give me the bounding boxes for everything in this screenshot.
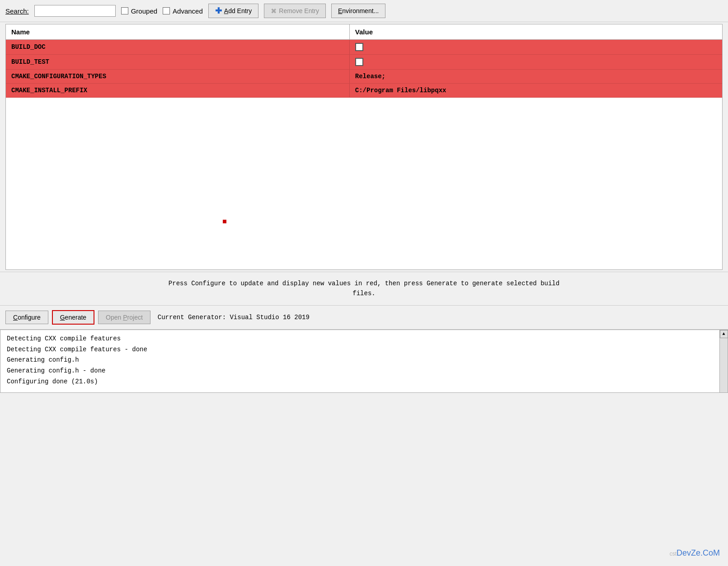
remove-icon: ✖: [271, 7, 277, 15]
log-line: Generating config.h - done: [7, 366, 721, 377]
cmake-table: Name Value BUILD_DOC BUILD_TEST CMAKE_CO…: [5, 24, 723, 270]
remove-entry-button[interactable]: ✖ Remove Entry: [264, 4, 326, 18]
environment-button[interactable]: Environment...: [331, 4, 385, 18]
log-line: Detecting CXX compile features: [7, 334, 721, 344]
configure-button[interactable]: Configure: [5, 311, 48, 324]
open-project-button[interactable]: Open Project: [98, 311, 150, 324]
value-cell[interactable]: [350, 40, 722, 54]
open-project-label: Open Project: [106, 314, 143, 321]
plus-icon: ✚: [215, 6, 222, 16]
name-cell: CMAKE_INSTALL_PREFIX: [6, 84, 350, 97]
toolbar: Search: Grouped Advanced ✚ Add Entry ✖ R…: [0, 0, 728, 22]
bottom-toolbar: Configure Generate Open Project Current …: [0, 306, 728, 330]
watermark-prefix: cst: [670, 551, 676, 557]
name-cell: BUILD_TEST: [6, 55, 350, 69]
grouped-checkbox-group: Grouped: [121, 7, 157, 15]
log-area: Detecting CXX compile features Detecting…: [0, 330, 728, 393]
col-name-header: Name: [6, 24, 350, 39]
table-header: Name Value: [6, 24, 722, 40]
environment-label: Environment...: [338, 7, 379, 14]
search-input[interactable]: [34, 5, 116, 17]
name-cell: BUILD_DOC: [6, 40, 350, 54]
info-text: Press Configure to update and display ne…: [0, 272, 728, 306]
configure-label: Configure: [13, 314, 41, 321]
log-line: Generating config.h: [7, 355, 721, 366]
col-value-header: Value: [350, 24, 722, 39]
log-scrollbar[interactable]: ▲: [719, 330, 728, 392]
table-row: CMAKE_CONFIGURATION_TYPES Release;: [6, 70, 722, 84]
info-line-2: files.: [9, 288, 719, 298]
generator-label: Current Generator: Visual Studio 16 2019: [158, 314, 310, 321]
value-cell[interactable]: Release;: [350, 70, 722, 83]
grouped-checkbox[interactable]: [121, 7, 128, 14]
empty-table-area: [6, 98, 722, 269]
generate-button[interactable]: Generate: [52, 310, 94, 325]
add-entry-label: Add Entry: [224, 7, 252, 14]
value-cell[interactable]: C:/Program Files/libpqxx: [350, 84, 722, 97]
remove-entry-label: Remove Entry: [279, 7, 319, 14]
table-row: CMAKE_INSTALL_PREFIX C:/Program Files/li…: [6, 84, 722, 98]
name-cell: CMAKE_CONFIGURATION_TYPES: [6, 70, 350, 83]
table-row: BUILD_DOC: [6, 40, 722, 55]
main-window: Search: Grouped Advanced ✚ Add Entry ✖ R…: [0, 0, 728, 393]
scroll-track: [720, 338, 728, 392]
info-line-1: Press Configure to update and display ne…: [9, 278, 719, 288]
advanced-checkbox[interactable]: [163, 7, 170, 14]
grouped-label: Grouped: [131, 7, 157, 15]
scroll-up-button[interactable]: ▲: [720, 330, 728, 338]
red-dot: [223, 220, 226, 223]
advanced-checkbox-group: Advanced: [163, 7, 203, 15]
search-label: Search:: [5, 7, 29, 15]
bool-checkbox[interactable]: [355, 43, 363, 51]
add-entry-button[interactable]: ✚ Add Entry: [208, 4, 258, 18]
watermark: cstDevZe.CoM: [670, 548, 720, 558]
log-line: Detecting CXX compile features - done: [7, 344, 721, 355]
generate-label: Generate: [60, 314, 86, 321]
advanced-label: Advanced: [173, 7, 203, 15]
value-cell[interactable]: [350, 55, 722, 69]
watermark-text: DevZe.CoM: [676, 548, 720, 557]
bool-checkbox[interactable]: [355, 58, 363, 66]
table-body: BUILD_DOC BUILD_TEST CMAKE_CONFIGURATION…: [6, 40, 722, 98]
table-row: BUILD_TEST: [6, 55, 722, 70]
log-line: Configuring done (21.0s): [7, 377, 721, 387]
